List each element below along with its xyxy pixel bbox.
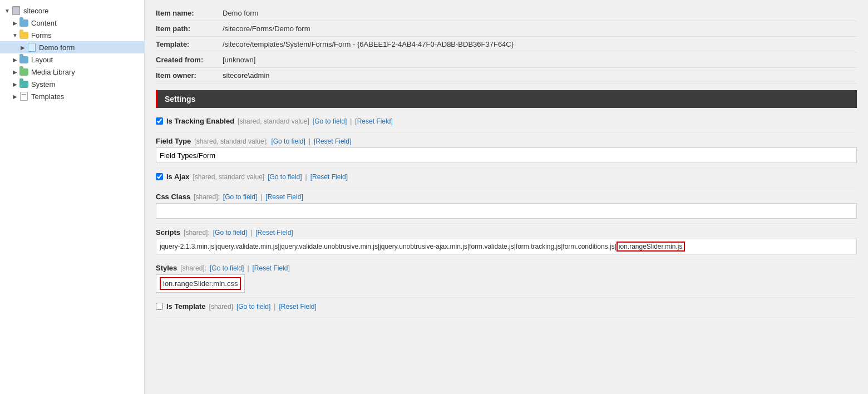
is-ajax-meta: [shared, standard value] bbox=[193, 173, 264, 181]
sidebar-item-layout[interactable]: ▶ Layout bbox=[0, 53, 144, 66]
sitecore-icon bbox=[11, 6, 21, 15]
is-tracking-enabled-meta: [shared, standard value] bbox=[238, 117, 309, 125]
sidebar-item-label-content: Content bbox=[31, 19, 57, 27]
item-owner-label: Item owner: bbox=[156, 71, 223, 80]
scripts-meta: [shared]: bbox=[184, 229, 210, 237]
sidebar-item-label-media-library: Media Library bbox=[31, 68, 75, 76]
content-icon bbox=[19, 18, 29, 27]
sidebar-item-sitecore[interactable]: ▼ sitecore bbox=[0, 4, 144, 17]
scripts-reset-field[interactable]: [Reset Field] bbox=[255, 229, 293, 237]
created-from-value: [unknown] bbox=[223, 56, 255, 64]
css-class-go-to-field[interactable]: [Go to field] bbox=[223, 193, 257, 201]
toggle-system[interactable]: ▶ bbox=[11, 80, 19, 88]
is-ajax-checkbox[interactable] bbox=[156, 173, 163, 180]
css-class-meta: [shared]: bbox=[194, 193, 220, 201]
sidebar-item-label-system: System bbox=[31, 80, 55, 88]
field-type-go-to-field[interactable]: [Go to field] bbox=[271, 137, 305, 145]
created-from-label: Created from: bbox=[156, 56, 223, 64]
is-ajax-label: Is Ajax bbox=[166, 173, 189, 181]
settings-header: Settings bbox=[156, 90, 857, 108]
styles-value-highlight: ion.rangeSlider.min.css bbox=[160, 277, 241, 290]
item-name-row: Item name: Demo form bbox=[156, 6, 857, 21]
sidebar-item-system[interactable]: ▶ System bbox=[0, 78, 144, 90]
sidebar-item-content[interactable]: ▶ Content bbox=[0, 17, 144, 29]
is-ajax-go-to-field[interactable]: [Go to field] bbox=[268, 173, 302, 181]
styles-input-display: ion.rangeSlider.min.css bbox=[156, 274, 245, 293]
styles-label: Styles bbox=[156, 264, 177, 272]
toggle-demo-form[interactable]: ▶ bbox=[19, 43, 27, 51]
templates-icon bbox=[19, 92, 29, 101]
sidebar-item-label-templates: Templates bbox=[31, 92, 64, 101]
main-content: Item name: Demo form Item path: /sitecor… bbox=[145, 0, 868, 394]
css-class-input[interactable] bbox=[156, 203, 857, 219]
template-label: Template: bbox=[156, 40, 223, 48]
toggle-forms[interactable]: ▼ bbox=[11, 31, 19, 39]
field-type-input[interactable] bbox=[156, 147, 857, 163]
template-row: Template: /sitecore/templates/System/For… bbox=[156, 37, 857, 52]
sidebar-item-demo-form[interactable]: ▶ Demo form bbox=[0, 41, 144, 53]
is-template-reset-field[interactable]: [Reset Field] bbox=[279, 303, 316, 311]
sidebar-item-templates[interactable]: ▶ Templates bbox=[0, 90, 144, 102]
scripts-value-highlight: ion.rangeSlider.min.js bbox=[617, 242, 685, 252]
scripts-go-to-field[interactable]: [Go to field] bbox=[213, 229, 247, 237]
item-path-value: /sitecore/Forms/Demo form bbox=[223, 24, 310, 33]
field-is-tracking-enabled: Is Tracking Enabled [shared, standard va… bbox=[156, 112, 857, 132]
styles-reset-field[interactable]: [Reset Field] bbox=[253, 264, 290, 272]
item-owner-value: sitecore\admin bbox=[223, 71, 270, 80]
sidebar-item-label-forms: Forms bbox=[31, 31, 52, 40]
field-is-template: Is Template [shared] [Go to field] | [Re… bbox=[156, 298, 857, 318]
is-tracking-enabled-checkbox[interactable] bbox=[156, 117, 163, 125]
demo-form-icon bbox=[27, 43, 37, 52]
field-field-type: Field Type [shared, standard value]: [Go… bbox=[156, 132, 857, 168]
media-library-icon bbox=[19, 67, 29, 76]
scripts-label: Scripts bbox=[156, 228, 180, 237]
is-tracking-enabled-reset-field[interactable]: [Reset Field] bbox=[355, 117, 392, 125]
is-ajax-reset-field[interactable]: [Reset Field] bbox=[310, 173, 348, 181]
is-tracking-enabled-go-to-field[interactable]: [Go to field] bbox=[313, 117, 347, 125]
styles-go-to-field[interactable]: [Go to field] bbox=[210, 264, 244, 272]
is-template-label: Is Template bbox=[166, 302, 206, 311]
is-template-go-to-field[interactable]: [Go to field] bbox=[236, 303, 270, 311]
scripts-input-display: jquery-2.1.3.min.js|jquery.validate.min.… bbox=[156, 239, 857, 254]
item-owner-row: Item owner: sitecore\admin bbox=[156, 68, 857, 83]
toggle-layout[interactable]: ▶ bbox=[11, 56, 19, 63]
created-from-row: Created from: [unknown] bbox=[156, 52, 857, 68]
sidebar-item-label-demo-form: Demo form bbox=[39, 43, 75, 52]
is-template-checkbox[interactable] bbox=[156, 303, 163, 310]
sidebar-item-forms[interactable]: ▼ Forms bbox=[0, 29, 144, 41]
toggle-templates[interactable]: ▶ bbox=[11, 92, 19, 100]
field-is-ajax: Is Ajax [shared, standard value] [Go to … bbox=[156, 168, 857, 188]
item-path-label: Item path: bbox=[156, 24, 223, 33]
toggle-media-library[interactable]: ▶ bbox=[11, 68, 19, 76]
sidebar-item-label-sitecore: sitecore bbox=[23, 7, 49, 15]
css-class-label: Css Class bbox=[156, 193, 190, 201]
template-value: /sitecore/templates/System/Forms/Form - … bbox=[223, 40, 514, 48]
scripts-value-main: jquery-2.1.3.min.js|jquery.validate.min.… bbox=[160, 243, 617, 250]
toggle-sitecore[interactable]: ▼ bbox=[3, 7, 11, 14]
sidebar-item-media-library[interactable]: ▶ Media Library bbox=[0, 66, 144, 78]
sidebar-item-label-layout: Layout bbox=[31, 56, 53, 64]
styles-meta: [shared]: bbox=[180, 264, 206, 272]
item-name-label: Item name: bbox=[156, 9, 223, 17]
layout-icon bbox=[19, 55, 29, 64]
sidebar: ▼ sitecore ▶ Content ▼ Forms ▶ Demo form… bbox=[0, 0, 145, 394]
is-tracking-enabled-label: Is Tracking Enabled bbox=[166, 117, 234, 125]
field-type-meta: [shared, standard value]: bbox=[194, 137, 268, 145]
field-styles: Styles [shared]: [Go to field] | [Reset … bbox=[156, 259, 857, 298]
system-icon bbox=[19, 80, 29, 88]
field-type-reset-field[interactable]: [Reset Field] bbox=[314, 137, 351, 145]
css-class-reset-field[interactable]: [Reset Field] bbox=[265, 193, 303, 201]
item-path-row: Item path: /sitecore/Forms/Demo form bbox=[156, 21, 857, 37]
field-type-label: Field Type bbox=[156, 137, 191, 145]
toggle-content[interactable]: ▶ bbox=[11, 19, 19, 27]
item-name-value: Demo form bbox=[223, 9, 258, 17]
is-template-meta: [shared] bbox=[209, 303, 233, 311]
forms-icon bbox=[19, 31, 29, 40]
field-css-class: Css Class [shared]: [Go to field] | [Res… bbox=[156, 188, 857, 224]
field-scripts: Scripts [shared]: [Go to field] | [Reset… bbox=[156, 224, 857, 259]
